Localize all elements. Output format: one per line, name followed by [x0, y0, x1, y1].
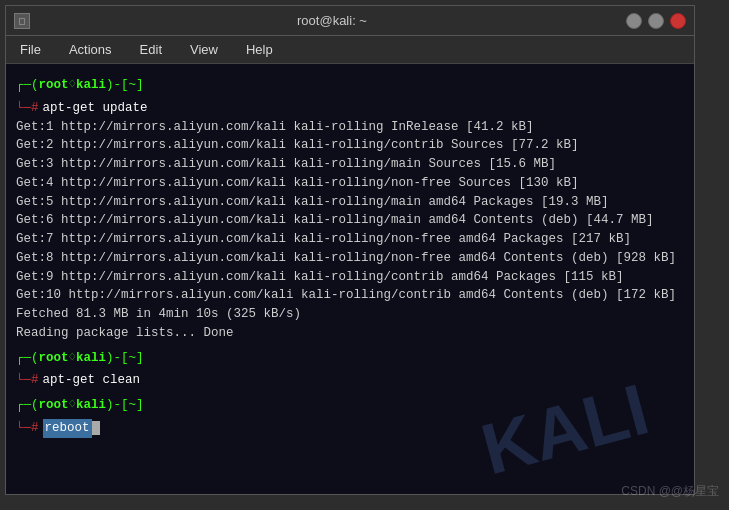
output-line-7: Get:7 http://mirrors.aliyun.com/kali kal…	[16, 230, 684, 249]
bracket-open-3: ┌─(	[16, 396, 39, 415]
bracket-open-2: ┌─(	[16, 349, 39, 368]
cmd-line-1: └─# apt-get update	[16, 99, 684, 118]
prompt-dir-3: ~	[129, 396, 137, 415]
csdn-watermark: CSDN @@杨星宝	[621, 483, 719, 500]
output-line-4: Get:4 http://mirrors.aliyun.com/kali kal…	[16, 174, 684, 193]
prompt-hash-2: └─#	[16, 371, 39, 390]
output-line-10: Get:10 http://mirrors.aliyun.com/kali ka…	[16, 286, 684, 305]
cmd-line-3: └─# reboot	[16, 419, 684, 438]
cmd-text-1: apt-get update	[43, 99, 148, 118]
title-bar: □ root@kali: ~	[6, 6, 694, 36]
output-line-8: Get:8 http://mirrors.aliyun.com/kali kal…	[16, 249, 684, 268]
cmd-text-2: apt-get clean	[43, 371, 141, 390]
menu-edit[interactable]: Edit	[134, 40, 168, 59]
prompt-user-1: root	[39, 76, 69, 95]
output-line-2: Get:2 http://mirrors.aliyun.com/kali kal…	[16, 136, 684, 155]
menu-file[interactable]: File	[14, 40, 47, 59]
prompt-host-3: kali	[76, 396, 106, 415]
minimize-button[interactable]	[626, 13, 642, 29]
terminal-cursor	[92, 421, 100, 435]
prompt-host-2: kali	[76, 349, 106, 368]
prompt-dir-1: ~	[129, 76, 137, 95]
prompt-line-1: ┌─(root♢kali)-[~]	[16, 76, 684, 95]
prompt-hash-3: └─#	[16, 419, 39, 438]
prompt-user-3: root	[39, 396, 69, 415]
prompt-hash-1: └─#	[16, 99, 39, 118]
close-button[interactable]	[670, 13, 686, 29]
prompt-host-1: kali	[76, 76, 106, 95]
output-line-11: Fetched 81.3 MB in 4min 10s (325 kB/s)	[16, 305, 684, 324]
window-controls	[626, 13, 686, 29]
title-bar-left: □	[14, 13, 38, 29]
prompt-dir-2: ~	[129, 349, 137, 368]
cmd-line-2: └─# apt-get clean	[16, 371, 684, 390]
output-line-9: Get:9 http://mirrors.aliyun.com/kali kal…	[16, 268, 684, 287]
prompt-user-2: root	[39, 349, 69, 368]
output-block-1: Get:1 http://mirrors.aliyun.com/kali kal…	[16, 118, 684, 343]
menu-actions[interactable]: Actions	[63, 40, 118, 59]
terminal-window: □ root@kali: ~ File Actions Edit View He…	[5, 5, 695, 495]
cmd-text-3-highlighted: reboot	[43, 419, 92, 438]
title-bar-title: root@kali: ~	[38, 13, 626, 28]
window-icon: □	[14, 13, 30, 29]
menu-view[interactable]: View	[184, 40, 224, 59]
menu-bar: File Actions Edit View Help	[6, 36, 694, 64]
output-line-5: Get:5 http://mirrors.aliyun.com/kali kal…	[16, 193, 684, 212]
output-line-3: Get:3 http://mirrors.aliyun.com/kali kal…	[16, 155, 684, 174]
output-line-1: Get:1 http://mirrors.aliyun.com/kali kal…	[16, 118, 684, 137]
prompt-line-3: ┌─(root♢kali)-[~]	[16, 396, 684, 415]
output-line-12: Reading package lists... Done	[16, 324, 684, 343]
bracket-open-1: ┌─(	[16, 76, 39, 95]
maximize-button[interactable]	[648, 13, 664, 29]
prompt-line-2: ┌─(root♢kali)-[~]	[16, 349, 684, 368]
menu-help[interactable]: Help	[240, 40, 279, 59]
output-line-6: Get:6 http://mirrors.aliyun.com/kali kal…	[16, 211, 684, 230]
terminal-body[interactable]: ┌─(root♢kali)-[~] └─# apt-get update Get…	[6, 64, 694, 494]
